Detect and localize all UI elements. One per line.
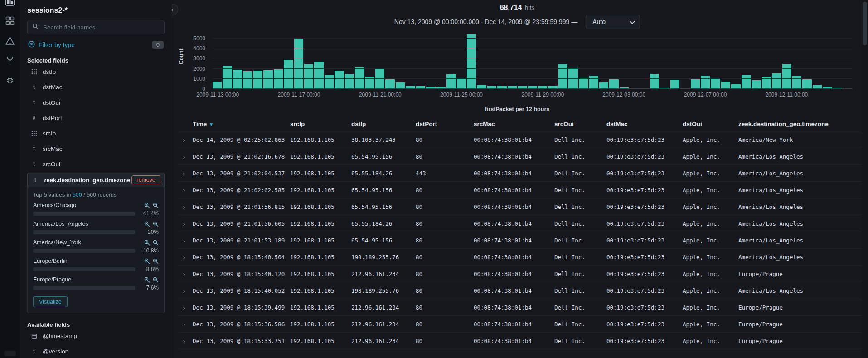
field-item-@version[interactable]: t@version [27, 343, 165, 358]
histogram-bar[interactable] [253, 71, 262, 89]
histogram-bar[interactable] [233, 70, 242, 89]
magnify-minus-icon[interactable] [153, 258, 159, 264]
expand-row-icon[interactable]: › [178, 333, 190, 349]
column-header-zeek.destination_geo.timezone[interactable]: zeek.destination_geo.timezone [736, 117, 862, 131]
column-header-srcOui[interactable]: srcOui [552, 117, 604, 131]
expand-row-icon[interactable]: › [178, 131, 190, 148]
histogram-bar[interactable] [589, 76, 598, 89]
string-field-icon: t [30, 161, 38, 167]
visualize-button[interactable]: Visualize [33, 296, 68, 307]
field-item-dstOui[interactable]: tdstOui [27, 95, 165, 110]
histogram-bar[interactable] [396, 82, 405, 89]
histogram-bar[interactable] [721, 82, 730, 89]
histogram-bar[interactable] [314, 62, 323, 89]
stats-records-link[interactable]: 500 [73, 192, 82, 198]
table-cell: 65.55.184.26 [349, 165, 413, 182]
histogram-bar[interactable] [335, 71, 344, 89]
hunt-icon[interactable] [5, 55, 15, 66]
index-pattern-title[interactable]: sessions2-* [27, 6, 165, 15]
vertical-scrollbar[interactable] [862, 0, 868, 358]
histogram-bar[interactable] [223, 66, 232, 89]
histogram-bar[interactable] [294, 39, 303, 89]
interval-select[interactable]: Auto [586, 15, 640, 29]
column-header-Time[interactable]: Time▼ [190, 117, 287, 131]
rail-bottom-icon[interactable] [4, 351, 16, 356]
column-header-dstMac[interactable]: dstMac [604, 117, 680, 131]
active-field-row[interactable]: t zeek.destination_geo.timezone remove [27, 173, 165, 187]
field-item-srcMac[interactable]: tsrcMac [27, 141, 165, 156]
field-search-box[interactable] [27, 20, 165, 34]
histogram-bar[interactable] [599, 82, 608, 89]
field-item-@timestamp[interactable]: @timestamp [27, 328, 165, 343]
magnify-minus-icon[interactable] [153, 277, 159, 283]
expand-row-icon[interactable]: › [178, 299, 190, 316]
dashboards-icon[interactable] [5, 15, 15, 26]
expand-row-icon[interactable]: › [178, 215, 190, 232]
analytics-app-icon[interactable] [5, 0, 15, 6]
histogram-bar[interactable] [670, 80, 679, 89]
histogram-bar[interactable] [243, 71, 252, 89]
histogram-bar[interactable] [742, 75, 751, 89]
expand-row-icon[interactable]: › [178, 316, 190, 333]
expand-row-icon[interactable]: › [178, 148, 190, 165]
magnify-plus-icon[interactable] [144, 221, 150, 227]
histogram-bar[interactable] [446, 74, 456, 89]
column-header-srcIp[interactable]: srcIp [287, 117, 349, 131]
expand-row-icon[interactable]: › [178, 249, 190, 266]
settings-gear-icon[interactable]: ⚙ [5, 75, 15, 86]
x-axis-tick-label: 2009-11-13 00:00 [196, 92, 239, 98]
histogram-bar[interactable] [579, 78, 588, 89]
histogram-bar[interactable] [284, 60, 293, 89]
table-cell: Apple, Inc. [680, 182, 736, 198]
histogram-bar[interactable] [691, 79, 700, 89]
histogram-bar[interactable] [213, 82, 222, 89]
histogram-bar[interactable] [457, 78, 466, 89]
histogram-bar[interactable] [701, 76, 710, 89]
column-header-srcMac[interactable]: srcMac [471, 117, 552, 131]
magnify-minus-icon[interactable] [153, 240, 159, 246]
magnify-plus-icon[interactable] [144, 277, 150, 283]
expand-row-icon[interactable]: › [178, 232, 190, 249]
alerts-icon[interactable] [5, 35, 15, 46]
magnify-plus-icon[interactable] [144, 258, 150, 264]
magnify-minus-icon[interactable] [153, 203, 159, 208]
column-header-dstOui[interactable]: dstOui [680, 117, 736, 131]
histogram-bar[interactable] [274, 69, 283, 89]
histogram-bar[interactable] [802, 79, 811, 89]
expand-row-icon[interactable]: › [178, 266, 190, 282]
magnify-minus-icon[interactable] [153, 221, 159, 227]
field-item-dstIp[interactable]: dstIp [27, 64, 165, 79]
histogram-bar[interactable] [650, 74, 659, 89]
field-item-srcOui[interactable]: tsrcOui [27, 156, 165, 172]
histogram-bar[interactable] [772, 73, 781, 89]
table-cell: Apple, Inc. [680, 198, 736, 215]
field-search-input[interactable] [42, 24, 160, 31]
remove-field-button[interactable]: remove [131, 175, 160, 184]
magnify-plus-icon[interactable] [144, 240, 150, 246]
field-name: @timestamp [43, 333, 77, 339]
histogram-bar[interactable] [304, 64, 313, 89]
scrollbar-thumb[interactable] [863, 2, 867, 45]
column-header-dstPort[interactable]: dstPort [413, 117, 471, 131]
magnify-plus-icon[interactable] [144, 203, 150, 208]
histogram-bar[interactable] [752, 80, 761, 89]
field-item-dstMac[interactable]: tdstMac [27, 79, 165, 95]
expand-row-icon[interactable]: › [178, 198, 190, 215]
histogram-bar[interactable] [467, 34, 476, 89]
expand-row-icon[interactable]: › [178, 282, 190, 299]
histogram-bar[interactable] [711, 79, 720, 89]
histogram-bar[interactable] [385, 79, 394, 89]
histogram-bar[interactable] [782, 64, 791, 89]
field-item-srcIp[interactable]: srcIp [27, 126, 165, 141]
column-header-dstIp[interactable]: dstIp [349, 117, 413, 131]
expand-row-icon[interactable]: › [178, 182, 190, 198]
table-cell: 00:08:74:38:01:b4 [471, 198, 552, 215]
histogram-bar[interactable] [609, 79, 618, 89]
histogram-bar[interactable] [325, 75, 334, 89]
histogram-bar[interactable] [345, 74, 354, 89]
histogram-bar[interactable] [263, 70, 272, 89]
expand-row-icon[interactable]: › [178, 165, 190, 182]
sort-desc-icon[interactable]: ▼ [209, 122, 213, 127]
filter-by-type-link[interactable]: Filter by type [28, 41, 75, 49]
field-item-dstPort[interactable]: #dstPort [27, 110, 165, 126]
